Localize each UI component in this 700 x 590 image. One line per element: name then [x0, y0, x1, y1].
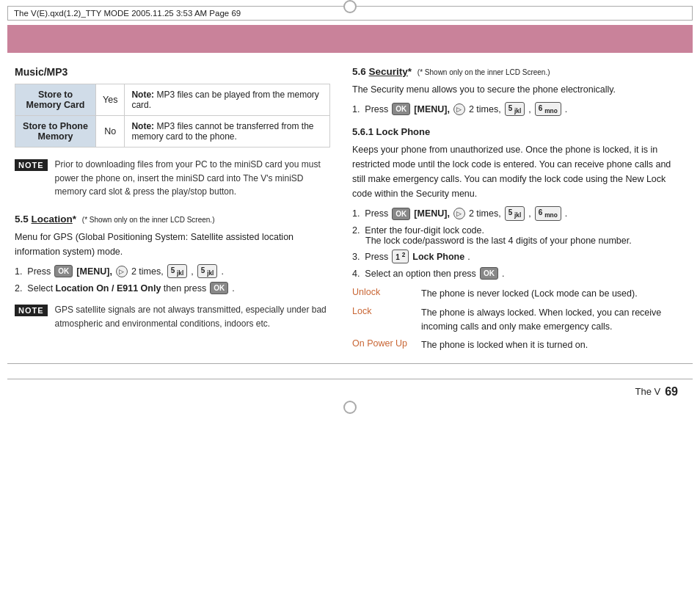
row1-yn: Yes — [96, 84, 125, 116]
deco-band — [7, 25, 693, 53]
key-5jkl-2-icon: 5 jkl — [197, 264, 218, 278]
lock-desc: The phone is always locked. When locked,… — [421, 306, 685, 335]
circle-top-decoration — [343, 0, 357, 13]
option-onpowerup: On Power Up The phone is locked when it … — [352, 338, 685, 352]
ok-btn-561-4-icon: OK — [480, 267, 498, 280]
option-unlock: Unlock The phone is never locked (Lock m… — [352, 287, 685, 301]
ok-btn-561-icon: OK — [392, 208, 410, 220]
arrow-561-icon: ▷ — [453, 208, 465, 219]
lock-label: Lock — [352, 306, 411, 316]
note-block-2: NOTE GPS satellite signals are not alway… — [15, 303, 330, 330]
key-56-6mno-icon: 6 mno — [535, 102, 561, 116]
section-56-title-row: 5.6 Security* (* Shown only on the inner… — [352, 66, 685, 77]
row2-note-text: MP3 files cannot be transferred from the… — [131, 121, 313, 142]
section-561-body: Keeps your phone from unauthorized use. … — [352, 142, 685, 201]
key-561-6mno-icon: 6 mno — [535, 206, 561, 220]
header-text: The V(E).qxd(1.2)_TTY MODE 2005.11.25 3:… — [14, 9, 241, 18]
unlock-label: Unlock — [352, 287, 411, 297]
music-table: Store to Memory Card Yes Note: MP3 files… — [15, 84, 330, 148]
footer-circle-area — [0, 404, 700, 412]
menu-label: [MENU], — [76, 266, 112, 277]
step-55-1: 1. Press OK [MENU], ▷ 2 times, 5 jkl , 5… — [15, 264, 330, 278]
right-column: 5.6 Security* (* Shown only on the inner… — [352, 66, 685, 357]
table-row: Store to Memory Card Yes Note: MP3 files… — [15, 84, 330, 116]
row2-note-bold: Note: — [131, 121, 154, 131]
music-mp3-heading: Music/MP3 — [15, 66, 330, 78]
section-55-small: (* Shown only on the inner LCD Screen.) — [82, 216, 215, 224]
key-56-5jkl-icon: 5 jkl — [505, 102, 525, 116]
row1-note: Note: MP3 files can be played from the m… — [125, 84, 330, 116]
table-row: Store to Phone Memory No Note: MP3 files… — [15, 116, 330, 148]
section-56-num: 5.6 Security* — [352, 66, 415, 77]
header-bar: The V(E).qxd(1.2)_TTY MODE 2005.11.25 3:… — [7, 6, 693, 21]
section-55: 5.5 Location* (* Shown only on the inner… — [15, 214, 330, 331]
key-12-icon: 1 2 — [392, 250, 409, 263]
step-55-2: 2. Select Location On / E911 Only then p… — [15, 282, 330, 294]
ok-button-2-icon: OK — [210, 282, 228, 294]
section-561-heading: 5.6.1 Lock Phone — [352, 126, 685, 137]
arrow-right-icon: ▷ — [116, 266, 128, 277]
step-561-4: 4. Select an option then press OK . — [352, 267, 685, 280]
ok-btn-56-icon: OK — [392, 103, 410, 115]
row2-yn: No — [96, 116, 125, 148]
step-561-2: 2. Enter the four-digit lock code. The l… — [352, 225, 685, 246]
left-column: Music/MP3 Store to Memory Card Yes Note:… — [15, 66, 330, 357]
note-text-1: Prior to downloading files from your PC … — [55, 158, 330, 199]
row1-label: Store to Memory Card — [15, 84, 96, 116]
section-561: 5.6.1 Lock Phone Keeps your phone from u… — [352, 126, 685, 352]
section-56-small: (* Shown only on the inner LCD Screen.) — [418, 68, 550, 76]
onpowerup-desc: The phone is locked when it is turned on… — [421, 338, 685, 352]
footer-wrapper: The V 69 — [0, 363, 700, 412]
note-tag-1: NOTE — [15, 159, 48, 171]
section-55-num: 5.5 Location* — [15, 214, 79, 225]
section-55-body: Menu for GPS (Global Positioning System:… — [15, 230, 330, 259]
note-block-1: NOTE Prior to downloading files from you… — [15, 158, 330, 199]
lock-options: Unlock The phone is never locked (Lock m… — [352, 287, 685, 353]
key-561-5jkl-icon: 5 jkl — [505, 206, 525, 220]
step-56-1: 1. Press OK [MENU], ▷ 2 times, 5 jkl , 6… — [352, 102, 685, 116]
note-text-2: GPS satellite signals are not always tra… — [55, 303, 330, 330]
ok-button-icon: OK — [54, 265, 73, 277]
step-561-3: 3. Press 1 2 Lock Phone . — [352, 250, 685, 263]
unlock-desc: The phone is never locked (Lock mode can… — [421, 287, 685, 301]
row1-note-text: MP3 files can be played from the memory … — [131, 90, 318, 110]
content-area: Music/MP3 Store to Memory Card Yes Note:… — [15, 66, 685, 357]
row1-note-bold: Note: — [131, 90, 154, 100]
step-561-1: 1. Press OK [MENU], ▷ 2 times, 5 jkl , 6… — [352, 206, 685, 220]
key-5jkl-icon: 5 jkl — [167, 264, 188, 278]
arrow-56-icon: ▷ — [453, 103, 465, 115]
footer-page: 69 — [665, 385, 678, 398]
section-56-body: The Security menu allows you to secure t… — [352, 82, 685, 97]
row2-note: Note: MP3 files cannot be transferred fr… — [125, 116, 330, 148]
page-wrapper: The V(E).qxd(1.2)_TTY MODE 2005.11.25 3:… — [0, 6, 700, 590]
onpowerup-label: On Power Up — [352, 338, 411, 349]
note-tag-2: NOTE — [15, 305, 48, 316]
row2-label: Store to Phone Memory — [15, 116, 96, 148]
footer-divider — [7, 363, 693, 364]
footer-text: The V — [635, 386, 661, 397]
section-55-title: 5.5 Location* (* Shown only on the inner… — [15, 214, 330, 225]
step-561-2-sub: The lock code/password is the last 4 dig… — [365, 236, 632, 246]
section-56: 5.6 Security* (* Shown only on the inner… — [352, 66, 685, 116]
option-lock: Lock The phone is always locked. When lo… — [352, 306, 685, 335]
circle-bottom-decoration — [343, 401, 357, 414]
